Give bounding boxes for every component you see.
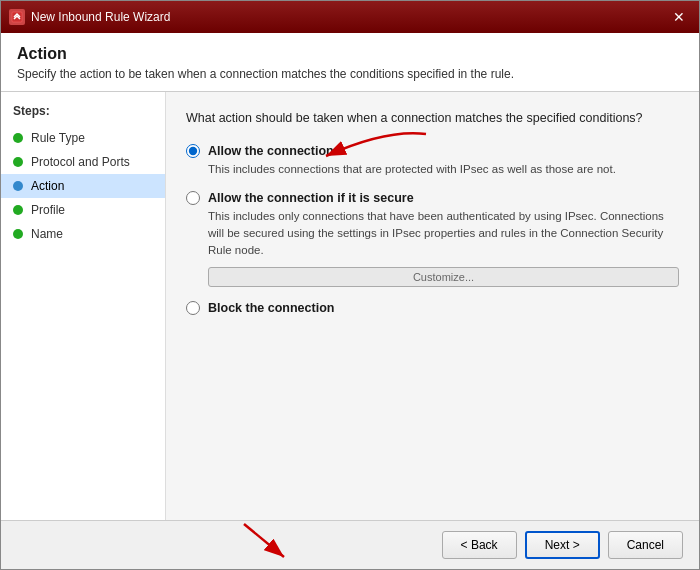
radio-allow-secure-label: Allow the connection if it is secure [208,191,414,205]
next-arrow-annotation [224,519,304,569]
wizard-window: New Inbound Rule Wizard ✕ Action Specify… [0,0,700,570]
sidebar-item-rule-type[interactable]: Rule Type [1,126,165,150]
option-allow: Allow the connection This includes conne… [186,144,679,178]
window-title: New Inbound Rule Wizard [31,10,661,24]
option-block: Block the connection [186,301,679,315]
sidebar-item-action[interactable]: Action [1,174,165,198]
radio-group: Allow the connection This includes conne… [186,144,679,316]
step-dot-rule-type [13,133,23,143]
radio-allow-label: Allow the connection [208,144,334,158]
sidebar-item-name[interactable]: Name [1,222,165,246]
page-description: Specify the action to be taken when a co… [17,67,683,81]
radio-allow-secure[interactable] [186,191,200,205]
customize-button[interactable]: Customize... [208,267,679,287]
main-panel: What action should be taken when a conne… [166,92,699,520]
step-dot-name [13,229,23,239]
next-button[interactable]: Next > [525,531,600,559]
radio-allow[interactable] [186,144,200,158]
header-section: Action Specify the action to be taken wh… [1,33,699,92]
app-icon [9,9,25,25]
radio-block-label: Block the connection [208,301,334,315]
step-dot-protocol [13,157,23,167]
step-dot-profile [13,205,23,215]
radio-allow-secure-desc: This includes only connections that have… [208,208,679,258]
cancel-button[interactable]: Cancel [608,531,683,559]
content-area: Steps: Rule Type Protocol and Ports Acti… [1,92,699,520]
option-allow-secure: Allow the connection if it is secure Thi… [186,191,679,287]
main-question: What action should be taken when a conne… [186,110,679,128]
footer: < Back Next > Cancel [1,520,699,569]
sidebar-item-protocol[interactable]: Protocol and Ports [1,150,165,174]
page-title: Action [17,45,683,63]
step-dot-action [13,181,23,191]
sidebar: Steps: Rule Type Protocol and Ports Acti… [1,92,166,520]
steps-label: Steps: [1,104,165,126]
close-button[interactable]: ✕ [667,7,691,27]
radio-allow-desc: This includes connections that are prote… [208,161,679,178]
sidebar-item-profile[interactable]: Profile [1,198,165,222]
radio-block[interactable] [186,301,200,315]
back-button[interactable]: < Back [442,531,517,559]
titlebar: New Inbound Rule Wizard ✕ [1,1,699,33]
